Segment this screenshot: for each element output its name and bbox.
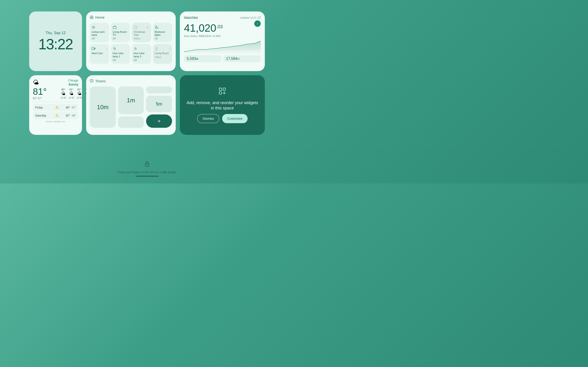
hour3-temp: 81° [78, 88, 81, 91]
weather-hour-2: 81° 🌤 14:00 [69, 88, 74, 99]
hour2-temp: 81° [69, 88, 73, 91]
thermometer-icon [155, 46, 158, 51]
hour3-time: 15:00 [77, 97, 82, 99]
saturday-icon: ⛅ [55, 113, 60, 118]
watchlist-title: Watchlist [184, 16, 198, 19]
svg-point-28 [147, 165, 147, 165]
home-item-tv[interactable]: Living Room TV Off [111, 23, 130, 42]
home-item-hue1[interactable]: Hue color lamp 1 Off [111, 44, 130, 64]
svg-point-15 [114, 48, 115, 50]
hue1-icon [113, 46, 128, 51]
svg-rect-24 [219, 88, 222, 90]
tv-name: Living Room TV [113, 31, 128, 36]
home-header: Home [90, 15, 172, 19]
friday-low: 67° [72, 106, 76, 109]
living-lamp-status: Off [92, 37, 107, 40]
living-room-chevron: › [169, 47, 170, 50]
watchlist-value-1[interactable]: 5,59385 [184, 55, 221, 62]
timer-5m[interactable]: 5m [146, 96, 172, 112]
svg-rect-14 [92, 48, 94, 50]
nestcam-name: Nest Cam [92, 52, 107, 55]
hue1-status: Off [113, 59, 128, 61]
friday-icon: ⛅ [55, 105, 60, 110]
timers-widget: Timers 10m 1m 5m + [86, 75, 176, 135]
customize-text: Add, remove, and reorder your widgets in… [185, 100, 259, 111]
watchlist-index: Dow Jones • INDEXDJX +0.39% [184, 35, 223, 37]
timers-grid: 10m 1m 5m + [90, 86, 172, 128]
weather-condition: Sunny [69, 83, 78, 86]
watchlist-value-2[interactable]: 17,58407 [223, 55, 261, 62]
weather-hour-1: 80° 🌤 13:00 [61, 88, 66, 99]
hue3-icon [134, 46, 149, 51]
weather-divider [33, 102, 78, 102]
timer-1m[interactable]: 1m [118, 86, 144, 114]
hour2-time: 14:00 [69, 97, 74, 99]
saturday-low: 68° [72, 114, 76, 117]
timer-10m-label: 10m [97, 104, 109, 111]
hue3-name: Hue color lamp 3 [134, 52, 149, 58]
bedroom-status: Off [155, 37, 170, 40]
watchlist-updated: Updated 13:21 [240, 16, 261, 19]
home-item-xmas[interactable]: ⚠ Christmas Tree Offline [132, 23, 151, 42]
watchlist-price-decimal: .03 [216, 24, 223, 29]
saturday-label: Saturday [35, 114, 49, 117]
home-item-bedroom[interactable]: Bedroom lights Off [153, 23, 172, 42]
dismiss-button[interactable]: Dismiss [197, 114, 219, 123]
svg-marker-13 [94, 48, 95, 50]
watchlist-price: 41,020 .03 [184, 22, 223, 34]
living-room-status: Offline [155, 56, 170, 58]
home-title: Home [95, 15, 104, 19]
hour1-icon: 🌤 [61, 91, 65, 96]
svg-line-3 [92, 26, 93, 26]
customize-button[interactable]: Customize [222, 114, 247, 123]
home-item-hue3[interactable]: Hue color lamp 3 Off [132, 44, 151, 64]
home-widget: Home Living room lamp Off [86, 11, 176, 71]
living-lamp-name: Living room lamp [92, 31, 107, 36]
friday-label: Friday [35, 106, 49, 109]
timer-1m-label: 1m [127, 97, 135, 104]
timer-add-button[interactable]: + [146, 115, 172, 128]
hue1-name: Hue color lamp 1 [113, 52, 128, 58]
bedroom-name: Bedroom lights [155, 31, 170, 36]
home-item-living-lamp[interactable]: Living room lamp Off [90, 23, 109, 42]
hour3-icon: 🌤 [78, 91, 82, 96]
saturday-temps: 82° 68° [66, 114, 76, 117]
timer-col-right: 5m + [146, 86, 172, 128]
lamp-icon [92, 25, 107, 30]
home-item-living-room[interactable]: › Living Room Offline [153, 44, 172, 64]
hue3-status: Off [134, 59, 149, 61]
xmas-status: Offline [134, 37, 149, 40]
watchlist-value-2-text: 17,58407 [226, 57, 258, 61]
hour2-icon: 🌤 [69, 91, 73, 96]
friday-high: 80° [66, 106, 70, 109]
nestcam-chevron: › [106, 47, 107, 50]
nestcam-icon [92, 46, 95, 51]
timer-10m[interactable]: 10m [90, 86, 116, 128]
weather-widget: 🌤 Chicago Sunny 81° 82° 67° 80° 🌤 13:00 … [29, 75, 82, 135]
timer-small-1 [118, 117, 144, 128]
watchlist-bottom: 5,59385 17,58407 [184, 55, 261, 62]
customize-buttons: Dismiss Customize [197, 114, 247, 123]
lock-text: Keep your finger on the sensor a little … [118, 170, 176, 174]
home-item-nestcam[interactable]: › Nest Cam [90, 44, 109, 64]
xmas-name: Christmas Tree [134, 31, 149, 36]
saturday-high: 82° [66, 114, 70, 117]
home-icon [90, 15, 94, 19]
bedroom-icon [155, 25, 170, 30]
clock-date: Thu, Sep 12 [45, 31, 65, 35]
tv-icon [113, 25, 128, 30]
clock-time: 13:22 [38, 37, 73, 52]
customize-icon [218, 87, 226, 97]
watchlist-up-button[interactable]: ↑ [254, 20, 261, 27]
watchlist-header: Watchlist Updated 13:21 [184, 16, 261, 19]
forecast-friday: Friday ⛅ 80° 67° [33, 104, 78, 111]
lock-bar [136, 176, 158, 177]
watchlist-value-1-text: 5,59385 [187, 57, 219, 61]
timers-header: Timers [90, 79, 172, 83]
svg-rect-26 [219, 92, 222, 94]
weather-source: Source: weather.com [33, 120, 78, 123]
weather-city: Chicago [68, 79, 78, 82]
svg-rect-9 [113, 27, 116, 29]
friday-temps: 80° 67° [66, 106, 76, 109]
customize-widget: Add, remove, and reorder your widgets in… [180, 75, 265, 135]
